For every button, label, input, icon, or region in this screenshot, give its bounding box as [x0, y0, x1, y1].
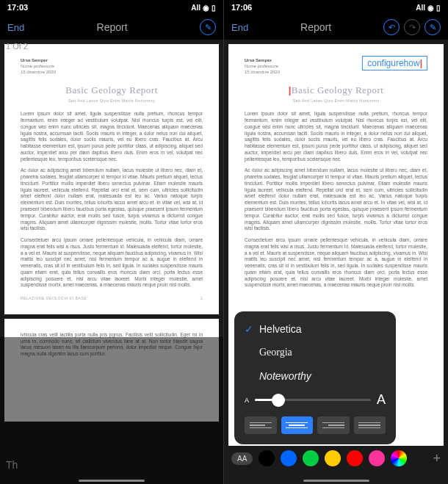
paragraph: Consectetuer arcu ipsum ornare pellentes… — [245, 237, 427, 289]
home-indicator[interactable] — [79, 480, 145, 482]
markup-icon[interactable]: ✎ — [200, 19, 216, 35]
size-small-icon: A — [245, 397, 249, 404]
font-option-helvetica[interactable]: ✓ Helvetica — [234, 317, 396, 341]
font-size-slider-row: A A — [234, 388, 396, 412]
status-bar: 17:03 All ◉ ▯ — [0, 0, 223, 15]
markup-icon[interactable]: ✎ — [424, 19, 441, 35]
doc-date: 15 dicembre 2020 — [21, 69, 56, 75]
redo-icon[interactable]: ↷ — [404, 19, 420, 35]
add-button[interactable]: + — [433, 451, 441, 466]
footer-left: RELAZIONE GEOLOGIA DI BASE — [21, 296, 87, 301]
doc-subtitle: Salt And Lakes Quis Enim Mattis Nonummy — [245, 98, 427, 104]
thumbnail-label: Th — [6, 459, 18, 471]
doc-title: Basic Geology Report — [21, 84, 203, 97]
check-icon: ✓ — [245, 323, 255, 335]
slider-thumb[interactable] — [272, 394, 285, 407]
paragraph: Ac dolor ac adipiscing amet bibendum nul… — [245, 167, 427, 232]
end-button[interactable]: End — [231, 22, 248, 33]
color-green[interactable] — [303, 450, 319, 466]
nav-title: Report — [248, 21, 383, 33]
nav-bar: End Report ✎ — [0, 15, 223, 40]
font-format-popup: ✓ Helvetica Georgia Noteworthy A A — [234, 311, 396, 444]
color-black[interactable] — [259, 450, 275, 466]
author-name: Ursa Semper — [245, 57, 280, 63]
font-option-georgia[interactable]: Georgia — [234, 341, 396, 364]
doc-date: 15 dicembre 2020 — [245, 69, 280, 75]
phone-left: 17:03 All ◉ ▯ End Report ✎ 1 Of 2 Ursa S… — [0, 0, 224, 484]
align-center-button[interactable] — [281, 416, 314, 434]
footer-page-num: 1 — [200, 296, 203, 301]
nav-bar: End Report ↶ ↷ ✎ — [224, 15, 448, 40]
paragraph: Consectetuer arcu ipsum ornare pellentes… — [21, 237, 203, 289]
font-option-noteworthy[interactable]: Noteworthy — [234, 364, 396, 388]
color-red[interactable] — [347, 450, 363, 466]
dim-overlay — [0, 337, 223, 484]
battery-icon: ▯ — [436, 4, 441, 12]
size-large-icon: A — [377, 392, 386, 408]
color-pink[interactable] — [369, 450, 385, 466]
align-right-button[interactable] — [317, 416, 350, 434]
battery-icon: ▯ — [212, 4, 216, 12]
alignment-row — [234, 412, 396, 438]
document-area[interactable]: 1 Of 2 Ursa Semper Nome professore 15 di… — [0, 40, 223, 484]
paragraph: Lorem ipsum dolor sit amet, ligula suspe… — [245, 111, 427, 162]
nav-title: Report — [24, 21, 200, 33]
wifi-icon: ◉ — [427, 4, 434, 12]
doc-title: |Basic Geology Report — [245, 84, 427, 97]
author-name: Ursa Semper — [21, 57, 56, 63]
align-justify-button[interactable] — [354, 416, 386, 434]
paragraph: Lorem ipsum dolor sit amet, ligula suspe… — [21, 111, 203, 162]
status-time: 17:06 — [231, 3, 252, 12]
wifi-icon: ◉ — [203, 4, 209, 12]
color-picker-button[interactable] — [391, 450, 407, 466]
page-1[interactable]: Ursa Semper Nome professore 15 dicembre … — [4, 44, 219, 314]
document-area[interactable]: Ursa Semper Nome professore 15 dicembre … — [224, 40, 448, 484]
author-role: Nome professore — [21, 63, 56, 69]
end-button[interactable]: End — [7, 22, 24, 33]
doc-subtitle: Sed And Lacus Quis Enim Mattis Nonummy — [21, 98, 203, 104]
author-role: Nome professore — [245, 63, 280, 69]
status-bar: 17:06 All ◉ ▯ — [224, 0, 448, 15]
status-icons: All ◉ ▯ — [191, 4, 216, 12]
phone-right: 17:06 All ◉ ▯ End Report ↶ ↷ ✎ Ursa Semp… — [224, 0, 448, 484]
undo-icon[interactable]: ↶ — [383, 19, 400, 35]
status-time: 17:03 — [7, 3, 28, 12]
paragraph: Ac dolor ac adipiscing amet bibendum nul… — [21, 167, 203, 232]
color-blue[interactable] — [281, 450, 297, 466]
font-size-slider[interactable] — [255, 399, 371, 401]
home-indicator[interactable] — [303, 480, 369, 482]
status-icons: All ◉ ▯ — [416, 4, 441, 12]
network-label: All — [416, 4, 425, 12]
network-label: All — [191, 4, 200, 12]
text-annotation-box[interactable]: configurehow| — [362, 56, 427, 71]
align-left-button[interactable] — [245, 416, 277, 434]
page-counter: 1 Of 2 — [6, 42, 28, 51]
color-yellow[interactable] — [325, 450, 341, 466]
color-toolbar: AA + — [224, 446, 448, 471]
text-style-button[interactable]: AA — [231, 452, 253, 465]
